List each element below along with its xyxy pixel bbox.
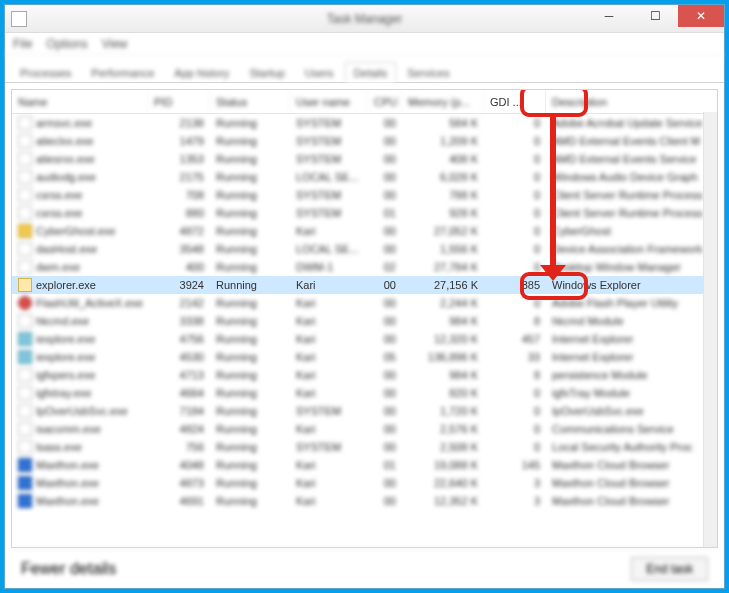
table-row[interactable]: explorer.exe3924RunningKari0027,156 K385… [12, 276, 717, 294]
tab-performance[interactable]: Performance [82, 62, 163, 82]
cell-status: Running [210, 441, 290, 453]
col-pid[interactable]: PID [148, 90, 210, 113]
table-row[interactable]: IpOverUsbSvc.exe7184RunningSYSTEM001,720… [12, 402, 717, 420]
cell-desc: persistence Module [546, 369, 717, 381]
col-status[interactable]: Status [210, 90, 290, 113]
menu-item[interactable]: File [13, 37, 32, 51]
cell-pid: 7184 [148, 405, 210, 417]
cell-gdi: 0 [484, 171, 546, 183]
cell-name: atiesrxx.exe [36, 153, 95, 165]
cell-cpu: 00 [368, 135, 402, 147]
cell-cpu: 00 [368, 441, 402, 453]
minimize-button[interactable]: ─ [586, 5, 632, 27]
maximize-button[interactable]: ☐ [632, 5, 678, 27]
vertical-scrollbar[interactable] [703, 112, 717, 547]
app-icon [11, 11, 27, 27]
cell-cpu: 00 [368, 279, 402, 291]
table-row[interactable]: atieclxx.exe1479RunningSYSTEM001,209 K0A… [12, 132, 717, 150]
cell-status: Running [210, 333, 290, 345]
tab-app-history[interactable]: App history [165, 62, 238, 82]
cell-pid: 3924 [148, 279, 210, 291]
cell-cpu: 00 [368, 171, 402, 183]
cell-gdi: 385 [484, 279, 546, 291]
cell-desc: Maxthon Cloud Browser [546, 495, 717, 507]
cell-name: IpOverUsbSvc.exe [36, 405, 128, 417]
table-row[interactable]: dasHost.exe3548RunningLOCAL SE...001,556… [12, 240, 717, 258]
cell-memory: 6,028 K [402, 171, 484, 183]
tab-details[interactable]: Details [345, 62, 397, 82]
table-row[interactable]: csrss.exe708RunningSYSTEM00788 K0Client … [12, 186, 717, 204]
tab-startup[interactable]: Startup [240, 62, 293, 82]
cell-name: isacomm.exe [36, 423, 101, 435]
annotation-arrow-head [540, 265, 566, 281]
col-name[interactable]: Name [12, 90, 148, 113]
fewer-details-link[interactable]: Fewer details [21, 560, 116, 578]
cell-status: Running [210, 423, 290, 435]
cell-name: csrss.exe [36, 189, 82, 201]
close-button[interactable]: ✕ [678, 5, 724, 27]
cell-name: Maxthon.exe [36, 477, 99, 489]
menu-item[interactable]: Options [46, 37, 87, 51]
table-row[interactable]: Maxthon.exe4691RunningKari0012,352 K3Max… [12, 492, 717, 510]
col-gdi[interactable]: GDI ... [484, 90, 546, 113]
table-row[interactable]: Maxthon.exe4048RunningKari0119,088 K145M… [12, 456, 717, 474]
col-cpu[interactable]: CPU [368, 90, 402, 113]
cell-status: Running [210, 351, 290, 363]
table-row[interactable]: igfxtray.exe4664RunningKari00820 K0igfxT… [12, 384, 717, 402]
cell-memory: 136,896 K [402, 351, 484, 363]
cell-desc: Client Server Runtime Process [546, 189, 717, 201]
cell-memory: 1,720 K [402, 405, 484, 417]
tab-services[interactable]: Services [398, 62, 458, 82]
cell-cpu: 00 [368, 315, 402, 327]
cell-cpu: 00 [368, 477, 402, 489]
rows-container: armsvc.exe2138RunningSYSTEM00584 K0Adobe… [12, 114, 717, 510]
cell-cpu: 05 [368, 351, 402, 363]
cell-desc: hkcmd Module [546, 315, 717, 327]
table-row[interactable]: hkcmd.exe3338RunningKari00984 K8hkcmd Mo… [12, 312, 717, 330]
col-description[interactable]: Description [546, 90, 717, 113]
cell-desc: IpOverUsbSvc.exe [546, 405, 717, 417]
col-memory[interactable]: Memory (p... [402, 90, 484, 113]
cell-pid: 1479 [148, 135, 210, 147]
cell-user: Kari [290, 459, 368, 471]
cell-status: Running [210, 387, 290, 399]
cell-status: Running [210, 243, 290, 255]
cell-memory: 1,556 K [402, 243, 484, 255]
cell-memory: 984 K [402, 369, 484, 381]
cell-name: audiodg.exe [36, 171, 96, 183]
cell-cpu: 00 [368, 423, 402, 435]
table-row[interactable]: csrss.exe880RunningSYSTEM01928 K0Client … [12, 204, 717, 222]
table-row[interactable]: dwm.exe400RunningDWM-10227,784 K0Desktop… [12, 258, 717, 276]
content-area: Name PID Status User name CPU Memory (p.… [5, 83, 724, 588]
table-row[interactable]: iexplore.exe4530RunningKari05136,896 K33… [12, 348, 717, 366]
table-row[interactable]: Maxthon.exe4873RunningKari0022,640 K3Max… [12, 474, 717, 492]
cell-status: Running [210, 315, 290, 327]
cell-desc: Client Server Runtime Process [546, 207, 717, 219]
process-icon [18, 440, 32, 454]
cell-memory: 584 K [402, 117, 484, 129]
titlebar[interactable]: Task Manager ─ ☐ ✕ [5, 5, 724, 33]
cell-gdi: 0 [484, 441, 546, 453]
table-row[interactable]: iexplore.exe4756RunningKari0012,320 K457… [12, 330, 717, 348]
table-row[interactable]: isacomm.exe4824RunningKari002,576 K0Comm… [12, 420, 717, 438]
table-row[interactable]: FlashUtil_ActiveX.exe2142RunningKari002,… [12, 294, 717, 312]
cell-user: SYSTEM [290, 135, 368, 147]
col-user[interactable]: User name [290, 90, 368, 113]
process-icon [18, 224, 32, 238]
table-row[interactable]: igfxpers.exe4713RunningKari00984 K8persi… [12, 366, 717, 384]
tab-processes[interactable]: Processes [11, 62, 80, 82]
table-row[interactable]: CyberGhost.exe4872RunningKari0027,052 K0… [12, 222, 717, 240]
table-row[interactable]: armsvc.exe2138RunningSYSTEM00584 K0Adobe… [12, 114, 717, 132]
menu-item[interactable]: View [102, 37, 128, 51]
cell-cpu: 00 [368, 243, 402, 255]
end-task-button[interactable]: End task [631, 557, 708, 581]
cell-user: Kari [290, 495, 368, 507]
table-row[interactable]: audiodg.exe2175RunningLOCAL SE...006,028… [12, 168, 717, 186]
cell-user: DWM-1 [290, 261, 368, 273]
table-row[interactable]: atiesrxx.exe1353RunningSYSTEM00408 K0AMD… [12, 150, 717, 168]
cell-cpu: 01 [368, 459, 402, 471]
tab-users[interactable]: Users [296, 62, 343, 82]
cell-cpu: 00 [368, 405, 402, 417]
table-row[interactable]: lsass.exe756RunningSYSTEM002,508 K0Local… [12, 438, 717, 456]
cell-cpu: 00 [368, 225, 402, 237]
